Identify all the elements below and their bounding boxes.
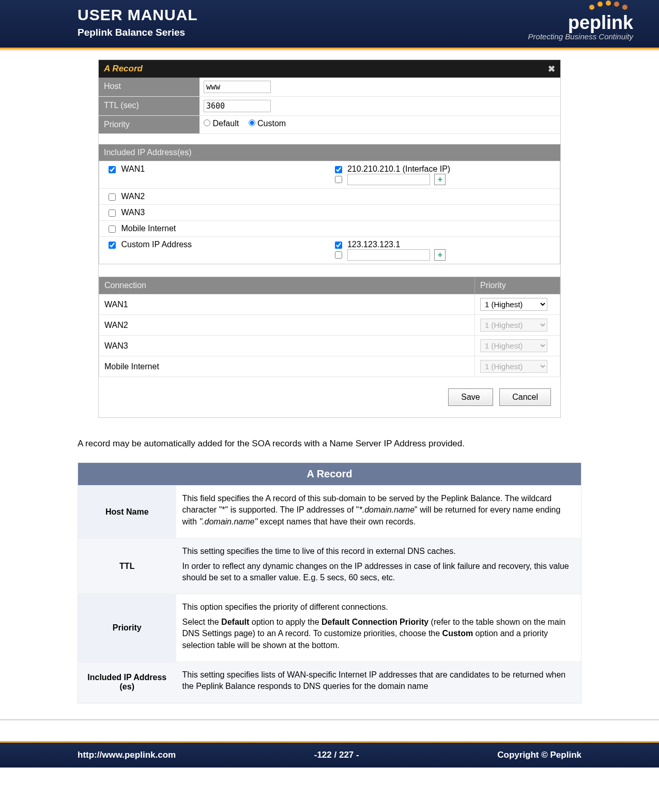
- brand-tagline: Protecting Business Continuity: [528, 32, 633, 41]
- svg-point-0: [589, 5, 594, 10]
- info-row: Host NameThis field specifies the A reco…: [78, 486, 581, 538]
- wan-name: WAN3: [121, 208, 145, 217]
- priority-custom-radio[interactable]: Custom: [249, 119, 286, 128]
- included-ip-table: WAN1 210.210.210.1 (Interface IP) + WAN2…: [99, 161, 560, 264]
- info-description: This setting specifies the time to live …: [176, 538, 581, 594]
- brand-name: peplink: [528, 13, 633, 32]
- intro-paragraph: A record may be automatically added for …: [78, 439, 581, 449]
- doc-footer: http://www.peplink.com -122 / 227 - Copy…: [0, 741, 659, 768]
- priority-row: WAN21 (Highest): [99, 315, 560, 336]
- ip-value: 210.210.210.1 (Interface IP): [347, 164, 450, 173]
- ip-row: WAN2: [99, 188, 560, 204]
- info-description: This field specifies the A record of thi…: [176, 486, 581, 538]
- svg-point-1: [597, 2, 603, 7]
- connection-name: WAN3: [99, 336, 475, 356]
- footer-copyright: Copyright © Peplink: [497, 750, 581, 760]
- info-description: This option specifies the priority of di…: [176, 594, 581, 662]
- ip-input[interactable]: [347, 174, 430, 185]
- ip-row: WAN1 210.210.210.1 (Interface IP) +: [99, 161, 560, 188]
- a-record-info-table: A Record Host NameThis field specifies t…: [78, 462, 581, 703]
- info-row: TTLThis setting specifies the time to li…: [78, 538, 581, 594]
- wan-checkbox[interactable]: [109, 166, 116, 173]
- ip-row: WAN3: [99, 204, 560, 220]
- connection-name: WAN1: [99, 294, 475, 315]
- svg-point-2: [606, 1, 611, 6]
- wan-checkbox[interactable]: [109, 225, 116, 233]
- priority-default-radio[interactable]: Default: [204, 119, 239, 128]
- info-row: Included IP Address (es)This setting spe…: [78, 661, 581, 703]
- ip-row: Mobile Internet: [99, 220, 560, 236]
- info-row: PriorityThis option specifies the priori…: [78, 594, 581, 662]
- priority-label: Priority: [99, 116, 200, 133]
- ip-value: 123.123.123.1: [347, 240, 400, 249]
- wan-checkbox[interactable]: [109, 242, 116, 249]
- host-input[interactable]: [204, 81, 271, 93]
- footer-page: -122 / 227 -: [314, 750, 359, 760]
- priority-col-header: Priority: [475, 277, 560, 294]
- a-record-dialog: A Record ✖ Host TTL (sec) Priority Defau…: [98, 59, 561, 418]
- dialog-title: A Record: [104, 64, 143, 73]
- wan-name: Custom IP Address: [121, 240, 192, 249]
- priority-select: 1 (Highest): [480, 319, 547, 332]
- priority-select: 1 (Highest): [480, 339, 547, 352]
- priority-select[interactable]: 1 (Highest): [480, 298, 547, 311]
- wan-checkbox[interactable]: [109, 209, 116, 217]
- svg-point-3: [614, 2, 619, 7]
- priority-row: WAN11 (Highest): [99, 294, 560, 315]
- connection-name: Mobile Internet: [99, 356, 475, 377]
- info-label: Priority: [78, 594, 176, 662]
- add-ip-button[interactable]: +: [434, 249, 446, 261]
- priority-row: WAN31 (Highest): [99, 336, 560, 356]
- cancel-button[interactable]: Cancel: [499, 388, 551, 406]
- ip-row: Custom IP Address 123.123.123.1 +: [99, 236, 560, 264]
- manual-title: USER MANUAL: [78, 6, 581, 24]
- ip-checkbox[interactable]: [335, 166, 342, 173]
- included-ip-header: Included IP Address(es): [99, 144, 560, 161]
- dialog-title-bar: A Record ✖: [99, 60, 560, 78]
- priority-select: 1 (Highest): [480, 360, 547, 373]
- wan-name: Mobile Internet: [121, 224, 176, 233]
- connection-name: WAN2: [99, 315, 475, 336]
- priority-table: Connection Priority WAN11 (Highest)WAN21…: [99, 277, 560, 377]
- ttl-input[interactable]: [204, 100, 271, 112]
- wan-checkbox[interactable]: [109, 193, 116, 201]
- info-label: Included IP Address (es): [78, 661, 176, 703]
- info-label: TTL: [78, 538, 176, 594]
- ip-input[interactable]: [347, 249, 430, 261]
- wan-name: WAN2: [121, 192, 145, 201]
- host-label: Host: [99, 78, 200, 96]
- ip-checkbox[interactable]: [335, 251, 342, 259]
- footer-url: http://www.peplink.com: [78, 750, 176, 760]
- brand-logo: peplink Protecting Business Continuity: [528, 0, 633, 41]
- doc-header: USER MANUAL Peplink Balance Series pepli…: [0, 0, 659, 49]
- save-button[interactable]: Save: [448, 388, 493, 406]
- info-table-title: A Record: [78, 463, 581, 486]
- close-icon[interactable]: ✖: [548, 64, 555, 74]
- wan-name: WAN1: [121, 164, 145, 173]
- ttl-label: TTL (sec): [99, 97, 200, 115]
- logo-dots-icon: [587, 0, 633, 11]
- connection-col-header: Connection: [99, 277, 475, 294]
- ip-checkbox[interactable]: [335, 242, 342, 249]
- add-ip-button[interactable]: +: [434, 174, 446, 185]
- manual-subtitle: Peplink Balance Series: [78, 27, 581, 38]
- ip-checkbox[interactable]: [335, 176, 342, 183]
- info-label: Host Name: [78, 486, 176, 538]
- priority-row: Mobile Internet1 (Highest): [99, 356, 560, 377]
- info-description: This setting specifies lists of WAN-spec…: [176, 661, 581, 703]
- svg-point-4: [622, 5, 627, 10]
